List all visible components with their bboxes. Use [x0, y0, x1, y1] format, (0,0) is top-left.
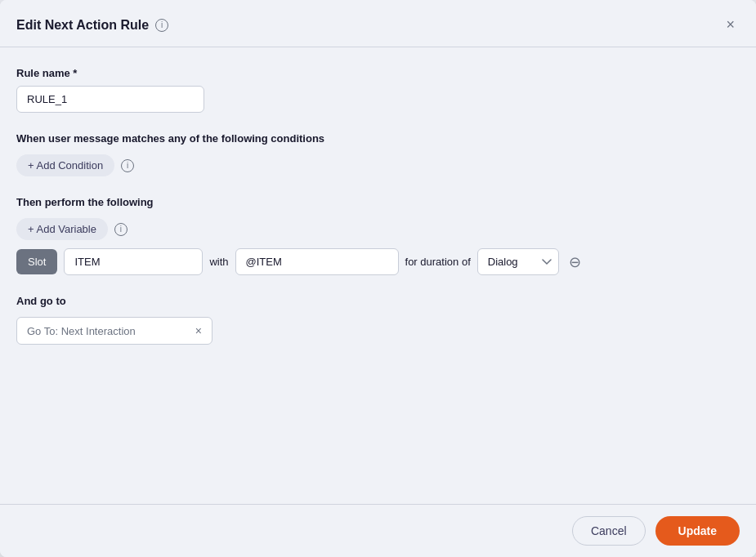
update-button[interactable]: Update	[655, 516, 740, 546]
variable-row: + Add Variable i	[16, 218, 740, 240]
cancel-button[interactable]: Cancel	[572, 516, 646, 546]
rule-name-label: Rule name *	[16, 67, 740, 79]
clear-icon: ×	[195, 324, 202, 337]
goto-area: And go to Go To: Next Interaction ×	[16, 295, 740, 345]
modal-header: Edit Next Action Rule i ×	[0, 0, 756, 47]
modal-title: Edit Next Action Rule	[16, 18, 149, 33]
slot-name-input[interactable]	[64, 248, 203, 275]
duration-label: for duration of	[405, 256, 471, 268]
goto-section-label: And go to	[16, 295, 740, 307]
condition-area: When user message matches any of the fol…	[16, 132, 740, 176]
remove-icon: ⊖	[569, 253, 581, 271]
edit-rule-modal: Edit Next Action Rule i × Rule name * Wh…	[0, 0, 756, 557]
slot-value-input[interactable]	[235, 248, 399, 275]
slot-button[interactable]: Slot	[16, 249, 57, 274]
with-label: with	[209, 256, 228, 268]
goto-prefix: Go To:	[27, 325, 61, 337]
goto-text: Go To: Next Interaction	[27, 325, 190, 337]
rule-name-input[interactable]	[16, 86, 204, 113]
goto-value: Next Interaction	[61, 325, 136, 337]
condition-info-icon[interactable]: i	[121, 159, 134, 172]
modal-footer: Cancel Update	[0, 504, 756, 557]
add-condition-button[interactable]: + Add Condition	[16, 154, 114, 176]
duration-select[interactable]: Dialog Session Forever	[477, 248, 559, 275]
goto-clear-button[interactable]: ×	[195, 324, 202, 337]
variable-info-icon[interactable]: i	[114, 223, 127, 236]
modal-body: Rule name * When user message matches an…	[0, 47, 756, 504]
perform-row: Slot with for duration of Dialog Session…	[16, 248, 740, 275]
remove-slot-button[interactable]: ⊖	[566, 252, 585, 272]
goto-input-wrapper: Go To: Next Interaction ×	[16, 317, 212, 345]
add-variable-button[interactable]: + Add Variable	[16, 218, 108, 240]
modal-title-area: Edit Next Action Rule i	[16, 18, 168, 33]
close-button[interactable]: ×	[721, 15, 740, 35]
title-info-icon[interactable]: i	[155, 19, 168, 32]
perform-area: Then perform the following + Add Variabl…	[16, 196, 740, 275]
rule-name-group: Rule name *	[16, 67, 740, 113]
perform-section-label: Then perform the following	[16, 196, 740, 208]
condition-row: + Add Condition i	[16, 154, 740, 176]
condition-section-label: When user message matches any of the fol…	[16, 132, 740, 145]
